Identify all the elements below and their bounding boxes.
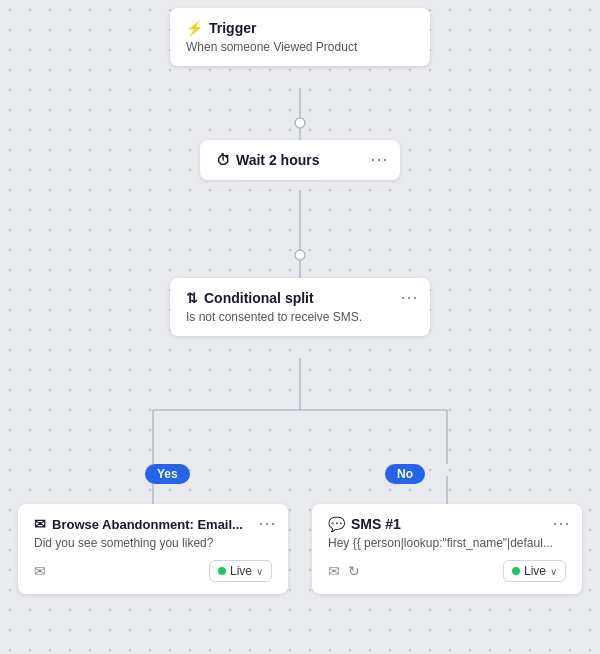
- svg-point-11: [295, 118, 305, 128]
- split-subtitle: Is not consented to receive SMS.: [186, 310, 414, 324]
- split-title: ⇅ Conditional split: [186, 290, 414, 306]
- no-badge: No: [385, 464, 425, 484]
- wait-card: ⏱ Wait 2 hours ⋯: [200, 140, 400, 180]
- sms-status-label: Live: [524, 564, 546, 578]
- wait-icon: ⏱: [216, 152, 230, 168]
- split-menu-button[interactable]: ⋯: [400, 288, 418, 306]
- sms-icon: 💬: [328, 516, 345, 532]
- sms-menu-button[interactable]: ⋯: [552, 514, 570, 532]
- email-live-badge[interactable]: Live ∨: [209, 560, 272, 582]
- sms-footer-refresh-icon: ↻: [348, 563, 360, 579]
- split-card: ⇅ Conditional split Is not consented to …: [170, 278, 430, 336]
- trigger-subtitle: When someone Viewed Product: [186, 40, 414, 54]
- sms-card: ⋯ 💬 SMS #1 Hey {{ person|lookup:"first_n…: [312, 504, 582, 594]
- email-card-footer: ✉ Live ∨: [34, 560, 272, 582]
- email-live-dot: [218, 567, 226, 575]
- sms-live-dot: [512, 567, 520, 575]
- email-icon: ✉: [34, 516, 46, 532]
- sms-card-footer: ✉ ↻ Live ∨: [328, 560, 566, 582]
- email-card-title: ✉ Browse Abandonment: Email...: [34, 516, 272, 532]
- wait-title: ⏱ Wait 2 hours: [216, 152, 384, 168]
- sms-card-subtitle: Hey {{ person|lookup:"first_name"|defaul…: [328, 536, 566, 550]
- split-icon: ⇅: [186, 290, 198, 306]
- email-card: ⋯ ✉ Browse Abandonment: Email... Did you…: [18, 504, 288, 594]
- svg-point-12: [295, 250, 305, 260]
- email-status-label: Live: [230, 564, 252, 578]
- email-chevron-icon: ∨: [256, 566, 263, 577]
- email-footer-envelope-icon: ✉: [34, 563, 46, 579]
- sms-card-title: 💬 SMS #1: [328, 516, 566, 532]
- wait-menu-button[interactable]: ⋯: [370, 150, 388, 168]
- sms-live-badge[interactable]: Live ∨: [503, 560, 566, 582]
- trigger-title: ⚡ Trigger: [186, 20, 414, 36]
- trigger-icon: ⚡: [186, 20, 203, 36]
- sms-chevron-icon: ∨: [550, 566, 557, 577]
- email-menu-button[interactable]: ⋯: [258, 514, 276, 532]
- email-card-subtitle: Did you see something you liked?: [34, 536, 272, 550]
- flow-canvas: ⚡ Trigger When someone Viewed Product ⏱ …: [0, 0, 600, 654]
- sms-footer-envelope-icon: ✉: [328, 563, 340, 579]
- email-footer-icons: ✉: [34, 563, 46, 579]
- trigger-card: ⚡ Trigger When someone Viewed Product: [170, 8, 430, 66]
- sms-footer-icons: ✉ ↻: [328, 563, 360, 579]
- yes-badge: Yes: [145, 464, 190, 484]
